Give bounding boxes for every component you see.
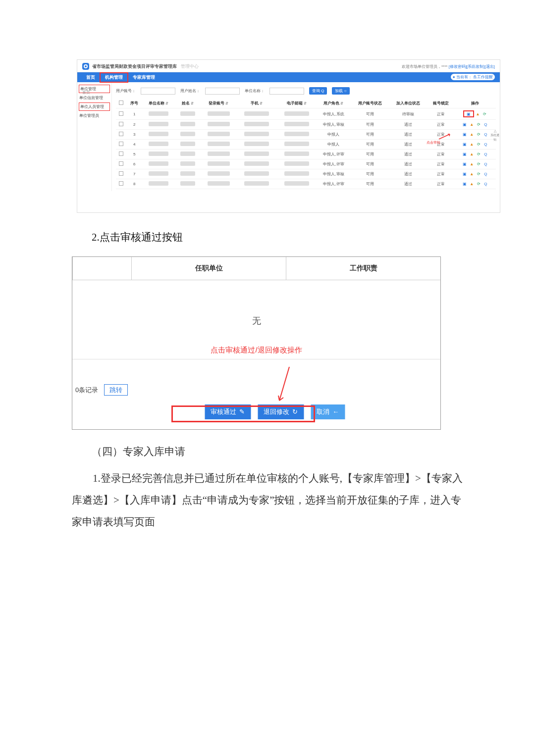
cancel-button[interactable]: 取消← <box>311 404 345 419</box>
sync-icon[interactable]: ⟳ <box>476 172 481 177</box>
cell-join-status: 待审核 <box>389 108 428 120</box>
edit-icon[interactable]: ▣ <box>462 122 467 127</box>
cell-seq: 2 <box>127 120 143 130</box>
app-title: 省市场监管局财政资金项目评审专家管理库 <box>92 63 177 70</box>
row-checkbox[interactable] <box>119 132 123 136</box>
search-button[interactable]: 查询 Q <box>309 87 327 95</box>
sync-icon[interactable]: ⟳ <box>476 122 481 127</box>
edit-icon[interactable]: ▣ <box>462 132 467 137</box>
cell-org-masked <box>149 122 168 126</box>
cell-login-masked <box>208 132 230 136</box>
col-login[interactable]: 登录账号⇵ <box>201 99 237 108</box>
screenshot-user-management: 省市场监管局财政资金项目评审专家管理库 管理中心 欢迎市场单位管理员，**** … <box>77 59 500 213</box>
sidebar-item-org-people[interactable]: 单位人员管理 <box>79 102 110 111</box>
cell-email-masked <box>284 111 309 116</box>
sync-icon[interactable]: ⟳ <box>476 162 481 167</box>
edit-icon[interactable]: ▣ <box>462 142 467 147</box>
screenshot-approval-dialog: 任职单位 工作职责 无 点击审核通过/退回修改操作 0条记录 跳转 审核通过✎ … <box>72 256 441 430</box>
input-org-name[interactable] <box>269 88 304 95</box>
row-checkbox[interactable] <box>119 181 123 186</box>
search-icon[interactable]: Q <box>483 182 488 187</box>
pager: 0条记录 跳转 <box>75 386 128 395</box>
row-checkbox[interactable] <box>119 142 123 146</box>
nav-home[interactable]: 首页 <box>81 73 100 82</box>
edit-icon[interactable]: ▣ <box>462 182 467 187</box>
sidebar-item-org-admin[interactable]: 单位管理员 <box>77 111 111 120</box>
cell-login-masked <box>208 142 230 146</box>
return-modify-button[interactable]: 退回修改↻ <box>258 404 304 419</box>
cell-seq: 8 <box>127 179 143 189</box>
user-icon[interactable]: ▲ <box>475 111 480 116</box>
refresh-icon: ↻ <box>292 408 298 415</box>
cell-role: 申报人,评审 <box>317 179 351 189</box>
nav-expert-management[interactable]: 专家库管理 <box>128 73 160 82</box>
cell-org-masked <box>149 181 168 186</box>
table-row: 1 申报人,系统 可用 待审核 正常 ▣ ▲⟳ <box>116 108 496 120</box>
edit-icon[interactable]: ▣ <box>462 162 467 167</box>
row-checkbox[interactable] <box>119 151 123 156</box>
sync-icon[interactable]: ⟳ <box>482 111 487 116</box>
nav-org-management[interactable]: 机构管理 <box>100 73 128 82</box>
row-checkbox[interactable] <box>119 161 123 166</box>
sync-icon[interactable]: ⟳ <box>476 152 481 157</box>
reset-button[interactable]: 加载 ○ <box>332 87 349 95</box>
search-icon[interactable]: Q <box>483 122 488 127</box>
cell-org-masked <box>149 171 168 176</box>
col-seq: 序号 <box>127 99 143 108</box>
sync-icon[interactable]: ⟳ <box>476 182 481 187</box>
cell-lock-status: 正常 <box>428 159 455 169</box>
input-user-account[interactable] <box>141 88 175 95</box>
sidebar: 单位管理 单位信息管理 单位人员管理 单位管理员 <box>77 82 112 191</box>
cell-lock-status: 正常 <box>428 169 455 179</box>
col-checkbox[interactable] <box>116 99 127 108</box>
col-role[interactable]: 用户角色⇵ <box>317 99 351 108</box>
search-icon[interactable]: Q <box>483 172 488 177</box>
approve-button[interactable]: 审核通过✎ <box>205 404 251 419</box>
input-user-name[interactable] <box>205 88 240 95</box>
edit-icon[interactable]: ▣ <box>462 152 467 157</box>
cell-acct-status: 可用 <box>351 159 389 169</box>
row-checkbox[interactable] <box>119 122 123 126</box>
user-icon[interactable]: ▲ <box>469 152 474 157</box>
search-icon[interactable]: Q <box>483 162 488 167</box>
cell-phone-masked <box>244 111 269 116</box>
review-icon[interactable]: ▣ <box>466 111 471 116</box>
cell-role: 申报人,评审 <box>317 150 351 159</box>
search-icon[interactable]: Q <box>483 142 488 147</box>
user-icon[interactable]: ▲ <box>469 122 474 127</box>
cell-phone-masked <box>244 122 269 126</box>
sync-icon[interactable]: ⟳ <box>476 132 481 137</box>
cell-role: 申报人,系统 <box>317 108 351 120</box>
cell-org-masked <box>149 151 168 156</box>
search-icon[interactable]: Q <box>483 132 488 137</box>
cell-acct-status: 可用 <box>351 169 389 179</box>
sync-icon[interactable]: ⟳ <box>476 142 481 147</box>
row-checkbox[interactable] <box>119 171 123 176</box>
cell-acct-status: 可用 <box>351 130 389 140</box>
cell-login-masked <box>208 111 230 116</box>
dialog-no-data: 无 <box>72 280 440 337</box>
search-icon[interactable]: Q <box>483 152 488 157</box>
pager-jump-button[interactable]: 跳转 <box>104 384 128 396</box>
cell-acct-status: 可用 <box>351 120 389 130</box>
row-checkbox[interactable] <box>119 111 123 116</box>
user-icon[interactable]: ▲ <box>469 132 474 137</box>
col-lock: 账号锁定 <box>428 99 455 108</box>
work-reminder-pill[interactable]: 当前有： 条工作提醒 <box>451 74 495 80</box>
edit-icon[interactable]: ▣ <box>462 172 467 177</box>
cell-org-masked <box>149 142 168 146</box>
user-icon[interactable]: ▲ <box>469 162 474 167</box>
divider <box>72 359 440 359</box>
col-org[interactable]: 单位名称⇵ <box>142 99 175 108</box>
user-icon[interactable]: ▲ <box>469 182 474 187</box>
col-phone[interactable]: 手机⇵ <box>237 99 276 108</box>
cell-name-masked <box>180 151 195 156</box>
cell-join-status: 通过 <box>389 159 428 169</box>
user-icon[interactable]: ▲ <box>469 172 474 177</box>
cell-ops: ▣▲⟳Q <box>455 159 496 169</box>
cell-seq: 3 <box>127 130 143 140</box>
user-icon[interactable]: ▲ <box>469 142 474 147</box>
cell-email-masked <box>284 132 309 136</box>
col-name[interactable]: 姓名⇵ <box>175 99 201 108</box>
col-email[interactable]: 电子邮箱⇵ <box>276 99 316 108</box>
